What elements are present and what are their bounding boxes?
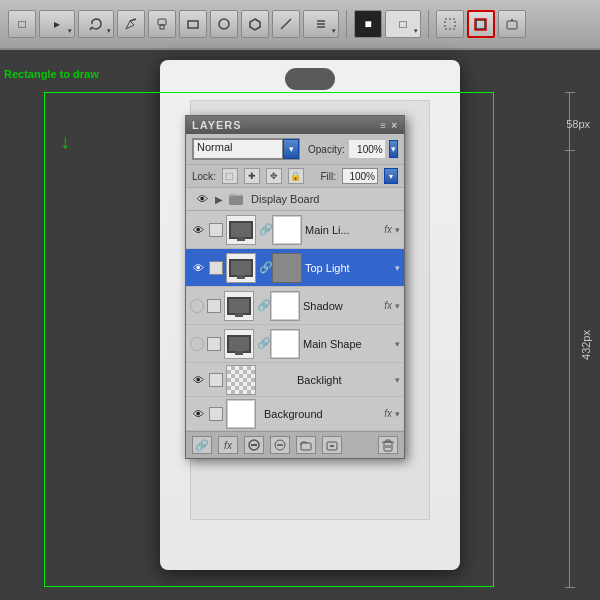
arrow-tool-btn[interactable]: ▸▾ <box>39 10 75 38</box>
main-shape-eye[interactable] <box>190 337 204 351</box>
background-thumb <box>226 399 256 429</box>
svg-line-0 <box>90 27 92 30</box>
svg-rect-4 <box>188 21 198 28</box>
new-adjustment-btn[interactable] <box>270 436 290 454</box>
lasso-tool-btn[interactable]: ▾ <box>78 10 114 38</box>
toolbar: □ ▸▾ ▾ ▾ ■ □▾ <box>0 0 600 50</box>
background-fx[interactable]: fx <box>384 408 392 419</box>
background-white-thumb <box>227 400 255 428</box>
dim-tick-top <box>565 92 575 93</box>
main-li-name: Main Li... <box>305 224 379 236</box>
main-shape-checkbox[interactable] <box>207 337 221 351</box>
tool-group-color: ■ □▾ <box>354 10 421 38</box>
main-li-thumb2 <box>272 215 302 245</box>
foreground-color-btn[interactable]: ■ <box>354 10 382 38</box>
backlight-thumb <box>226 365 256 395</box>
blend-mode-arrow[interactable]: ▾ <box>283 139 299 159</box>
layer-row-main-shape[interactable]: 🔗 Main Shape ▾ <box>186 325 404 363</box>
fill-arrow-btn[interactable]: ▾ <box>384 168 398 184</box>
svg-rect-14 <box>507 21 517 29</box>
background-eye[interactable]: 👁 <box>190 406 206 422</box>
fill-label: Fill: <box>320 171 336 182</box>
hand-tool-btn[interactable] <box>498 10 526 38</box>
layer-row-main-li[interactable]: 👁 🔗 Main Li... fx ▾ <box>186 211 404 249</box>
top-light-monitor-icon <box>229 259 253 277</box>
canvas-area: Rectangle to draw ↓ 58px 432px LAYERS ≡ … <box>0 50 600 600</box>
group-expand-icon[interactable]: ▶ <box>215 194 223 205</box>
link-layers-btn[interactable]: 🔗 <box>192 436 212 454</box>
layer-fx-btn[interactable]: fx <box>218 436 238 454</box>
shadow-link-icon[interactable]: 🔗 <box>257 299 267 312</box>
top-light-more[interactable]: ▾ <box>395 263 400 273</box>
svg-point-5 <box>219 19 229 29</box>
pen-tool-btn[interactable] <box>117 10 145 38</box>
layers-close-icon[interactable]: × <box>391 120 398 131</box>
shadow-eye[interactable]: 👁 <box>190 299 204 313</box>
line-tool-btn[interactable] <box>272 10 300 38</box>
ellipse-tool-btn[interactable] <box>210 10 238 38</box>
fill-input[interactable] <box>342 168 378 184</box>
svg-rect-18 <box>251 444 257 446</box>
lock-pixels-btn[interactable]: ✚ <box>244 168 260 184</box>
top-light-link-icon[interactable]: 🔗 <box>259 261 269 274</box>
rect-select-active-btn[interactable] <box>467 10 495 38</box>
main-shape-link-icon[interactable]: 🔗 <box>257 337 267 350</box>
lock-position-btn[interactable]: ⬚ <box>222 168 238 184</box>
shadow-more[interactable]: ▾ <box>395 301 400 311</box>
backlight-checkbox[interactable] <box>209 373 223 387</box>
rect-label: Rectangle to draw <box>4 68 99 80</box>
main-shape-thumb <box>224 329 254 359</box>
layers-menu-icon[interactable]: ≡ <box>380 120 387 131</box>
blend-mode-dropdown[interactable]: Normal <box>193 139 283 159</box>
main-li-fx[interactable]: fx <box>384 224 392 235</box>
svg-rect-2 <box>158 19 166 25</box>
shadow-checkbox[interactable] <box>207 299 221 313</box>
background-checkbox[interactable] <box>209 407 223 421</box>
group-eye-icon[interactable]: 👁 <box>194 191 210 207</box>
svg-marker-6 <box>250 19 260 30</box>
shadow-fx[interactable]: fx <box>384 300 392 311</box>
layer-row-top-light[interactable]: 👁 🔗 Top Light ▾ <box>186 249 404 287</box>
layer-row-backlight[interactable]: 👁 Backlight ▾ <box>186 363 404 397</box>
opacity-arrow-btn[interactable]: ▾ <box>389 140 398 158</box>
rectangle-tool-btn[interactable]: □ <box>8 10 36 38</box>
main-li-link-icon[interactable]: 🔗 <box>259 223 269 236</box>
main-li-white-thumb <box>273 216 301 244</box>
opacity-input[interactable] <box>349 140 385 158</box>
main-li-checkbox[interactable] <box>209 223 223 237</box>
backlight-checker-thumb <box>227 366 255 394</box>
lock-all-btn[interactable]: 🔒 <box>288 168 304 184</box>
shape-rect-btn[interactable] <box>179 10 207 38</box>
dimension-line-right <box>569 92 570 587</box>
backlight-more[interactable]: ▾ <box>395 375 400 385</box>
layer-row-shadow[interactable]: 👁 🔗 Shadow fx ▾ <box>186 287 404 325</box>
layer-row-background[interactable]: 👁 Background fx ▾ <box>186 397 404 431</box>
main-shape-white-thumb <box>271 330 299 358</box>
delete-layer-btn[interactable] <box>378 436 398 454</box>
toolbar-separator-2 <box>428 10 429 38</box>
bg-color-btn[interactable]: □▾ <box>385 10 421 38</box>
lock-label: Lock: <box>192 171 216 182</box>
top-light-thumb <box>226 253 256 283</box>
polygon-tool-btn[interactable] <box>241 10 269 38</box>
top-light-eye[interactable]: 👁 <box>190 260 206 276</box>
shadow-name: Shadow <box>303 300 379 312</box>
dim-tick-bot <box>565 587 575 588</box>
top-light-checkbox[interactable] <box>209 261 223 275</box>
main-li-eye[interactable]: 👁 <box>190 222 206 238</box>
background-more[interactable]: ▾ <box>395 409 400 419</box>
main-shape-thumb2 <box>270 329 300 359</box>
more-tools-btn[interactable]: ▾ <box>303 10 339 38</box>
svg-line-1 <box>130 19 136 21</box>
stamp-tool-btn[interactable] <box>148 10 176 38</box>
shadow-thumb2 <box>270 291 300 321</box>
view-btn-1[interactable] <box>436 10 464 38</box>
new-layer-btn[interactable] <box>322 436 342 454</box>
add-mask-btn[interactable] <box>244 436 264 454</box>
lock-move-btn[interactable]: ✥ <box>266 168 282 184</box>
new-group-btn[interactable] <box>296 436 316 454</box>
main-li-more[interactable]: ▾ <box>395 225 400 235</box>
layers-panel: LAYERS ≡ × Normal ▾ Opacity: ▾ Lock: ⬚ ✚… <box>185 115 405 459</box>
main-shape-more[interactable]: ▾ <box>395 339 400 349</box>
backlight-eye[interactable]: 👁 <box>190 372 206 388</box>
